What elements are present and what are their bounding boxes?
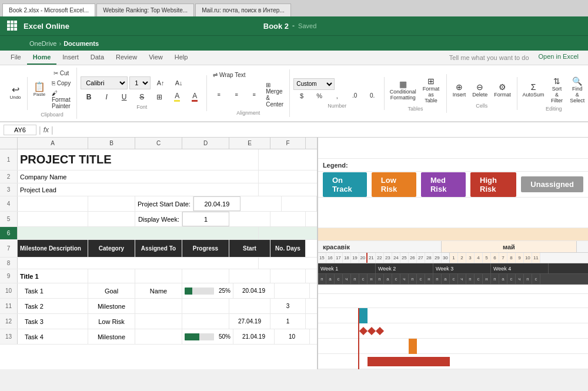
cell-B5-empty (88, 212, 135, 226)
cell-E10[interactable]: 20.04.19 (233, 283, 275, 298)
cell-reference-input[interactable] (4, 125, 36, 135)
tab-website[interactable]: Website Ranking: Top Website... (96, 4, 194, 16)
align-right-button[interactable]: ≡ (246, 81, 262, 109)
cell-B13[interactable]: Milestone (88, 329, 135, 344)
format-cells-button[interactable]: ⚙ Format (492, 81, 513, 99)
cell-D5-value[interactable]: 1 (182, 212, 229, 226)
row-num-1: 1 (0, 149, 18, 170)
italic-button[interactable]: I (98, 92, 115, 102)
excel-navbar: OneDrive › Documents (0, 35, 588, 51)
delete-cells-button[interactable]: ⊖ Delete (470, 81, 490, 99)
cell-B11[interactable]: Milestone (88, 299, 135, 313)
header-category: Category (88, 240, 135, 257)
tab-file[interactable]: File (5, 51, 27, 65)
cell-A6[interactable] (18, 227, 259, 239)
paste-button[interactable]: 📋 Paste (31, 81, 48, 98)
cell-C10[interactable]: Name (135, 283, 182, 298)
insert-cells-button[interactable]: ⊕ Insert (450, 81, 469, 99)
week1-label: Week 1 (318, 263, 376, 273)
tab-help[interactable]: Help (169, 51, 194, 65)
percent-button[interactable]: % (311, 91, 328, 101)
cell-D12 (182, 314, 229, 329)
dn-21: н (483, 274, 491, 284)
cell-F10[interactable] (275, 283, 310, 298)
merge-center-button[interactable]: ⊞ Merge & Center (263, 81, 286, 109)
row-11: 11 Task 2 Milestone 3 (0, 299, 317, 314)
tell-me-input[interactable]: Tell me what you want to do (445, 51, 534, 65)
gantt-row-legend-label: Legend: (318, 159, 588, 172)
cell-F13[interactable]: 10 (275, 329, 310, 344)
conditional-formatting-button[interactable]: ▦ ConditionalFormatting (388, 78, 417, 102)
copy-button[interactable]: ⎘ Copy (49, 79, 73, 88)
progress-bar-10 (185, 288, 214, 295)
underline-button[interactable]: U (116, 92, 132, 102)
fill-color-button[interactable]: A (169, 91, 185, 103)
cell-A12[interactable]: Task 3 (18, 314, 88, 329)
format-painter-button[interactable]: 🖌 Format Painter (49, 89, 73, 111)
cell-A11[interactable]: Task 2 (18, 299, 88, 313)
tab-view[interactable]: View (143, 51, 169, 65)
align-center-button[interactable]: ≡ (228, 81, 245, 109)
bold-button[interactable]: B (81, 92, 97, 102)
font-family-select[interactable]: Calibri (81, 76, 128, 89)
cut-button[interactable]: ✂ Cut (49, 69, 73, 78)
office-apps-icon[interactable] (7, 21, 18, 31)
decrease-decimal-button[interactable]: 0. (364, 91, 380, 101)
strikethrough-button[interactable]: S (133, 92, 150, 102)
font-size-select[interactable]: 10 (129, 76, 151, 89)
cell-B12[interactable]: Low Risk (88, 314, 135, 329)
tab-insert[interactable]: Insert (56, 51, 85, 65)
cell-D13[interactable]: 50% (182, 329, 233, 344)
increase-decimal-button[interactable]: .0 (346, 91, 363, 101)
align-left-button[interactable]: ≡ (211, 81, 227, 109)
documents-link[interactable]: Documents (64, 40, 99, 47)
cell-B10[interactable]: Goal (88, 283, 135, 298)
row-10: 10 Task 1 Goal Name 25% 20.04.19 (0, 283, 317, 299)
tab-review[interactable]: Review (110, 51, 143, 65)
cell-A1[interactable]: PROJECT TITLE (18, 149, 259, 170)
dn-11: ч (400, 274, 409, 284)
currency-button[interactable]: $ (293, 91, 310, 101)
decrease-font-button[interactable]: A↓ (171, 78, 187, 88)
tab-data[interactable]: Data (85, 51, 110, 65)
cell-A9[interactable]: Title 1 (18, 269, 88, 283)
number-format-select[interactable]: Custom (293, 78, 335, 90)
tab-excel[interactable]: Book 2.xlsx - Microsoft Excel... (2, 4, 95, 16)
cell-E12[interactable]: 27.04.19 (229, 314, 270, 329)
gantt-data-row-9 (318, 294, 588, 308)
autosum-button[interactable]: Σ AutoSum (521, 81, 546, 99)
sort-filter-button[interactable]: ⇅ Sort &Filter (547, 75, 566, 105)
col-header-C: C (135, 138, 182, 149)
cell-A10[interactable]: Task 1 (18, 283, 88, 298)
open-in-excel-button[interactable]: Open in Excel (534, 51, 583, 65)
cell-F12[interactable]: 1 (270, 314, 306, 329)
row-num-13: 13 (0, 329, 18, 344)
find-select-button[interactable]: 🔍 Find &Select (568, 75, 587, 105)
onedrive-link[interactable]: OneDrive (29, 40, 56, 47)
font-color-button[interactable]: A (186, 91, 203, 103)
wrap-text-button[interactable]: ⇌ Wrap Text (211, 71, 248, 79)
tab-home[interactable]: Home (27, 51, 57, 65)
undo-button[interactable]: ↩ Undo (7, 84, 24, 101)
format-as-table-button[interactable]: ⊞ Formatas Table (419, 75, 442, 105)
cell-A3[interactable]: Project Lead (18, 183, 259, 196)
cell-C13 (135, 329, 182, 344)
row-num-9: 9 (0, 269, 18, 283)
cell-D4-value[interactable]: 20.04.19 (193, 196, 240, 211)
cell-C12 (135, 314, 182, 329)
ribbon-tabs: File Home Insert Data Review View Help T… (0, 51, 588, 65)
day-2: 2 (458, 253, 466, 263)
cell-A2[interactable]: Company Name (18, 171, 259, 183)
tab-mail[interactable]: Mail.ru: почта, поиск в Интер... (195, 4, 291, 16)
border-button[interactable]: ⊞ (151, 92, 168, 102)
cell-F11[interactable]: 3 (270, 299, 306, 313)
comma-button[interactable]: , (329, 91, 345, 101)
cell-D10[interactable]: 25% (182, 283, 233, 298)
cell-E13[interactable]: 21.04.19 (233, 329, 275, 344)
day-30: 30 (442, 253, 450, 263)
cell-A13[interactable]: Task 4 (18, 329, 88, 344)
increase-font-button[interactable]: A↑ (152, 78, 169, 88)
row-num-6: 6 (0, 227, 18, 239)
day-17: 17 (335, 253, 343, 263)
cell-D9 (182, 269, 229, 283)
